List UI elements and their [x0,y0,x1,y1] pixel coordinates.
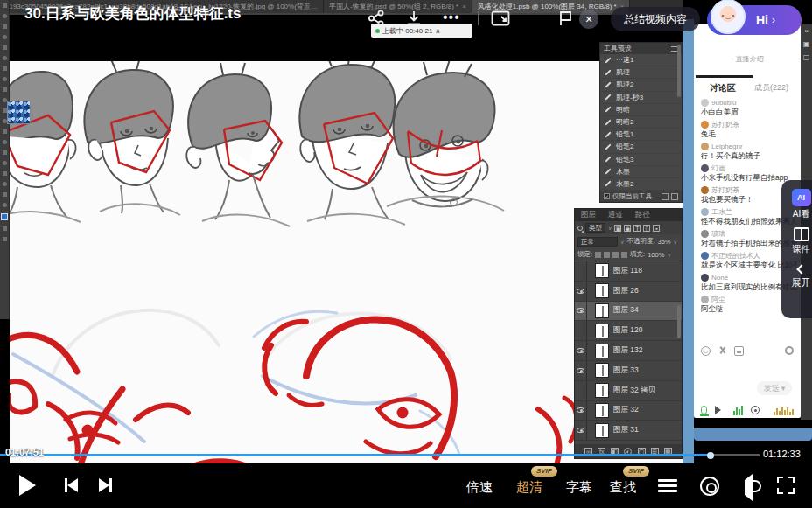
layer-row[interactable]: 图层 34 [575,302,682,322]
tool-preset-item[interactable]: 明暗 [600,104,682,116]
speed-button[interactable]: 倍速 [466,479,493,496]
courseware-icon[interactable] [794,227,809,241]
tab-discussion[interactable]: 讨论区 [710,82,736,94]
layer-search-icon[interactable] [578,226,583,231]
layer-opacity-value[interactable]: 35% [658,238,671,246]
filter-shape-icon[interactable]: ▯ [643,225,650,232]
layer-visibility-eye-icon[interactable] [577,407,584,413]
progress-handle[interactable] [707,452,714,459]
layer-thumbnail[interactable] [595,263,609,278]
current-tool-only-checkbox[interactable]: ✓ [604,193,610,199]
foreground-color-swatch[interactable] [1,213,8,220]
fullscreen-icon[interactable] [777,477,794,494]
fill-value[interactable]: 100% [648,251,664,259]
layer-thumbnail[interactable] [595,423,609,438]
chat-message: 9ububiu 小白白美眉 [701,98,797,117]
layer-row[interactable]: 图层 32 拷贝 [575,381,682,401]
layer-row[interactable]: 图层 33 [575,361,682,381]
tool-preset-item[interactable]: 铅笔3 [600,154,682,166]
playlist-icon[interactable] [658,479,677,495]
find-button[interactable]: 查找 [610,479,636,496]
layer-row[interactable]: 图层 132 [575,341,682,361]
record-icon[interactable] [700,477,719,496]
tab-members[interactable]: 成员(222) [754,82,788,94]
emoji-icon[interactable] [701,346,710,356]
layer-row[interactable]: 图层 31 [575,421,682,441]
ps-toolbar[interactable] [0,0,10,319]
ai-watch-label[interactable]: AI看 [793,208,809,220]
filter-adjust-icon[interactable]: ◉ [624,225,631,232]
crop-flag-icon[interactable] [558,10,574,27]
upload-progress-tooltip[interactable]: 上载中 00:40 21 ∧ [371,24,472,38]
camera-icon[interactable] [751,406,760,414]
tool-preset-item[interactable]: 水墨2 [600,178,682,191]
layer-filter-select[interactable]: 类型 [585,223,606,233]
layer-visibility-eye-icon[interactable] [577,308,584,313]
layer-row[interactable]: 图层 32 [575,401,682,421]
layer-row[interactable]: 图层 120 [575,321,682,341]
lock-transparent-icon[interactable] [595,252,601,258]
image-icon[interactable] [734,346,744,356]
send-button[interactable]: 发送 ▾ [757,381,792,395]
layers-panel-tab[interactable]: 图层 [575,209,602,221]
play-button[interactable] [19,475,36,496]
layers-panel-tab[interactable]: 通道 [602,209,629,221]
picture-in-picture-icon[interactable] [491,10,510,27]
equalizer-icon[interactable] [733,406,743,415]
chat-header[interactable]: · 直播介绍 [694,54,801,64]
previous-button[interactable] [65,478,78,492]
layer-thumbnail[interactable] [595,363,609,378]
layer-thumbnail[interactable] [595,344,609,358]
filter-pixel-icon[interactable]: ▣ [614,225,621,232]
layer-row[interactable]: 图层 26 [575,282,682,302]
layer-thumbnail[interactable] [595,383,609,398]
chat-settings-icon[interactable] [785,346,794,355]
tool-preset-item[interactable]: 肌理-秒3 [600,92,682,104]
layer-thumbnail[interactable] [595,324,609,338]
tool-preset-item[interactable]: 肌理2 [600,79,682,91]
next-button[interactable] [99,478,112,492]
courseware-label[interactable]: 课件 [793,243,810,255]
chat-header-bar [696,75,752,78]
layer-thumbnail[interactable] [595,303,609,318]
layer-visibility-eye-icon[interactable] [577,289,584,294]
lock-all-icon[interactable] [621,252,627,258]
close-icon[interactable]: ✕ [579,10,598,29]
layer-visibility-eye-icon[interactable] [577,348,584,353]
blend-mode-select[interactable]: 正常 [578,237,618,247]
chevron-left-icon[interactable] [796,264,806,274]
layer-thumbnail[interactable] [595,283,609,298]
tool-preset-item[interactable]: 铅笔2 [600,141,682,153]
delete-preset-icon[interactable] [671,193,678,200]
layers-scrollbar[interactable] [677,305,681,338]
tool-preset-item[interactable]: 水墨 [600,166,682,178]
new-preset-icon[interactable] [662,193,668,200]
microphone-icon[interactable] [701,406,707,414]
filter-smart-icon[interactable]: ▪ [653,225,660,232]
ai-watch-icon[interactable]: AI [792,189,811,206]
lock-pixels-icon[interactable] [604,252,610,258]
filter-type-icon[interactable]: T [634,225,640,232]
presets-scrollbar[interactable] [677,45,681,97]
quality-button[interactable]: 超清 [516,479,542,496]
layer-row[interactable]: 图层 118 [575,261,682,282]
layer-thumbnail[interactable] [595,403,609,418]
tool-preset-item[interactable]: 铅笔1 [600,129,682,141]
collapse-caret[interactable]: ∧ [435,27,440,35]
layer-visibility-eye-icon[interactable] [577,428,584,433]
screenshot-icon[interactable] [718,346,727,356]
tool-preset-item[interactable]: ···速1 [600,54,682,66]
tool-preset-item[interactable]: 肌理 [600,66,682,79]
volume-icon[interactable] [738,478,752,494]
summarize-video-button[interactable]: 总结视频内容 [611,7,700,31]
expand-label[interactable]: 展开 [792,276,811,289]
lock-position-icon[interactable] [612,252,619,258]
layers-panel-tab[interactable]: 路径 [629,209,656,221]
layer-visibility-eye-icon[interactable] [577,368,584,373]
send-options-caret[interactable]: ▾ [781,384,786,393]
subtitle-button[interactable]: 字幕 [566,479,592,496]
speaker-icon[interactable] [715,406,725,414]
progress-bar[interactable] [0,454,760,456]
tool-preset-item[interactable]: 明暗2 [600,116,682,129]
ai-assistant-button[interactable]: Hi › [707,5,802,35]
